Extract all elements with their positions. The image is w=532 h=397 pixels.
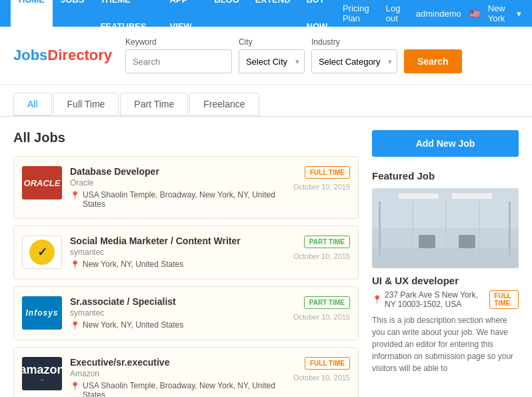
logo-jobs: Jobs bbox=[13, 47, 47, 63]
job-info: Database Developer Oracle 📍 USA Shaolin … bbox=[70, 166, 282, 209]
job-info: Sr.associate / Specialist symantec 📍 New… bbox=[70, 296, 282, 330]
featured-job-location: 📍 237 Park Ave S New York, NY 10003-1502… bbox=[372, 290, 519, 309]
svg-rect-11 bbox=[459, 235, 475, 248]
featured-heading: Featured Job bbox=[372, 170, 519, 181]
nav-theme-features[interactable]: THEME FEATURES bbox=[92, 0, 161, 40]
pricing-plan-link[interactable]: Pricing Plan bbox=[343, 3, 378, 23]
job-company: Amazon bbox=[70, 369, 282, 378]
city-select[interactable]: Select City bbox=[239, 49, 305, 73]
nav-jobs[interactable]: JOBS bbox=[53, 0, 92, 40]
job-title: Social Media Marketer / Content Writer bbox=[70, 236, 282, 246]
job-company: symantec bbox=[70, 248, 282, 257]
job-date: October 10, 2015 bbox=[293, 313, 350, 321]
search-area: Keyword City Select City Industry Select… bbox=[125, 37, 519, 73]
keyword-label: Keyword bbox=[125, 37, 232, 47]
job-meta: FULL TIME October 10, 2015 bbox=[290, 357, 350, 382]
svg-rect-5 bbox=[412, 202, 413, 255]
table-row[interactable]: amazon ⌣ Executive/sr.executive Amazon 📍… bbox=[13, 347, 359, 397]
job-location: 📍 USA Shaolin Temple, Broadway, New York… bbox=[70, 381, 282, 397]
company-logo-infosys: Infosys bbox=[22, 296, 62, 330]
jobs-list: All Jobs ORACLE Database Developer Oracl… bbox=[13, 130, 359, 397]
tab-fulltime[interactable]: Full Time bbox=[53, 93, 119, 116]
job-title: Executive/sr.executive bbox=[70, 357, 282, 368]
job-badge: PART TIME bbox=[304, 236, 350, 248]
job-date: October 10, 2015 bbox=[293, 374, 350, 382]
main-content: All Jobs ORACLE Database Developer Oracl… bbox=[0, 117, 532, 397]
location-label: New York bbox=[488, 3, 514, 23]
job-company: Oracle bbox=[70, 178, 282, 187]
job-badge: FULL TIME bbox=[305, 357, 350, 370]
svg-rect-10 bbox=[419, 235, 435, 248]
svg-rect-4 bbox=[379, 202, 381, 255]
nav-blog[interactable]: BLOG bbox=[206, 0, 247, 40]
svg-rect-7 bbox=[479, 202, 480, 255]
jobs-heading: All Jobs bbox=[13, 130, 359, 145]
city-field: City Select City bbox=[239, 37, 305, 73]
location-selector[interactable]: New York ▾ bbox=[488, 3, 521, 23]
nav-links: HOME JOBS THEME FEATURES APP VIEW BLOG E… bbox=[11, 0, 343, 40]
username: admindemo bbox=[416, 9, 461, 19]
site-logo[interactable]: JobsDirectory bbox=[13, 47, 112, 64]
company-logo-oracle: ORACLE bbox=[22, 166, 62, 200]
job-title: Database Developer bbox=[70, 166, 282, 177]
keyword-field: Keyword bbox=[125, 37, 232, 73]
oracle-logo-text: ORACLE bbox=[22, 175, 62, 191]
right-sidebar: Add New Job Featured Job bbox=[372, 130, 519, 397]
logout-link[interactable]: Log out bbox=[386, 3, 408, 23]
location-pin-icon: 📍 bbox=[70, 191, 80, 200]
nav-home[interactable]: HOME bbox=[11, 0, 53, 40]
location-text: New York, NY, United States bbox=[83, 260, 183, 269]
company-logo-amazon: amazon ⌣ bbox=[22, 357, 62, 390]
job-location: 📍 New York, NY, United States bbox=[70, 260, 282, 270]
job-badge: FULL TIME bbox=[305, 166, 350, 179]
job-title: Sr.associate / Specialist bbox=[70, 296, 282, 307]
company-logo-symantec: ✓ bbox=[22, 236, 62, 269]
featured-job-name: UI & UX developer bbox=[372, 275, 519, 286]
table-row[interactable]: ORACLE Database Developer Oracle 📍 USA S… bbox=[13, 156, 359, 219]
location-pin-icon: 📍 bbox=[70, 321, 80, 330]
job-info: Executive/sr.executive Amazon 📍 USA Shao… bbox=[70, 357, 282, 397]
featured-job-image bbox=[372, 188, 519, 268]
city-label: City bbox=[239, 37, 305, 47]
job-meta: PART TIME October 10, 2015 bbox=[290, 296, 350, 321]
table-row[interactable]: Infosys Sr.associate / Specialist symant… bbox=[13, 286, 359, 340]
top-navigation: HOME JOBS THEME FEATURES APP VIEW BLOG E… bbox=[0, 0, 532, 27]
svg-rect-8 bbox=[509, 202, 511, 255]
job-company: symantec bbox=[70, 308, 282, 318]
featured-pin-icon: 📍 bbox=[372, 295, 382, 304]
job-info: Social Media Marketer / Content Writer s… bbox=[70, 236, 282, 270]
nav-app-view[interactable]: APP VIEW bbox=[161, 0, 206, 40]
nav-right: Pricing Plan Log out admindemo 🇺🇸 New Yo… bbox=[343, 3, 521, 23]
svg-rect-9 bbox=[372, 248, 519, 268]
svg-rect-6 bbox=[445, 202, 447, 255]
tab-all[interactable]: All bbox=[13, 93, 52, 116]
add-job-button[interactable]: Add New Job bbox=[372, 130, 519, 157]
location-pin-icon: 📍 bbox=[70, 260, 80, 270]
job-meta: PART TIME October 10, 2015 bbox=[290, 236, 350, 260]
tab-parttime[interactable]: Part Time bbox=[120, 93, 188, 116]
table-row[interactable]: ✓ Social Media Marketer / Content Writer… bbox=[13, 226, 359, 280]
chevron-down-icon: ▾ bbox=[517, 9, 521, 19]
flag-icon: 🇺🇸 bbox=[469, 9, 480, 19]
job-location: 📍 USA Shaolin Temple, Broadway, New York… bbox=[70, 190, 282, 209]
featured-description: This is a job description section where … bbox=[372, 314, 519, 374]
logo-dir: Directory bbox=[47, 47, 112, 63]
industry-select[interactable]: Select Category bbox=[311, 49, 397, 73]
job-badge: PART TIME bbox=[304, 296, 350, 309]
amazon-logo-inner: amazon ⌣ bbox=[22, 364, 62, 384]
infosys-logo-text: Infosys bbox=[25, 308, 58, 318]
industry-label: Industry bbox=[311, 37, 397, 47]
job-meta: FULL TIME October 10, 2015 bbox=[290, 166, 350, 191]
nav-extend[interactable]: EXTEND bbox=[247, 0, 299, 40]
job-location: 📍 New York, NY, United States bbox=[70, 320, 282, 330]
search-button[interactable]: Search bbox=[404, 49, 462, 73]
industry-field: Industry Select Category bbox=[311, 37, 397, 73]
location-text: New York, NY, United States bbox=[83, 320, 183, 330]
featured-badge: FULL TIME bbox=[489, 290, 519, 309]
job-date: October 10, 2015 bbox=[293, 252, 350, 260]
keyword-input[interactable] bbox=[125, 49, 232, 73]
nav-buy-now[interactable]: BUY NOW bbox=[299, 0, 343, 40]
tab-freelance[interactable]: Freelance bbox=[189, 93, 259, 116]
symantec-circle: ✓ bbox=[29, 240, 55, 265]
location-pin-icon: 📍 bbox=[70, 382, 80, 391]
